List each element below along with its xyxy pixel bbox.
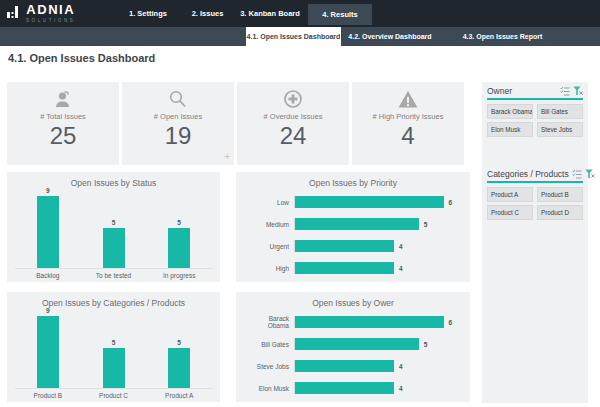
kpi-card-total-issues: # Total Issues 25 [7,82,119,165]
category-label: Steve Jobs [246,363,294,370]
bar[interactable] [168,228,190,268]
bar-track: 5 [294,218,460,230]
bar-value-label: 4 [399,363,403,370]
categories-products-slicer: Categories / Products Product A Product … [487,169,583,220]
bar-value-label: 5 [424,341,428,348]
slicer-button-barack-obama[interactable]: Barack Obama [487,104,533,119]
bar-track: 4 [294,240,460,252]
chart-title: Open Issues by Priority [236,172,470,188]
bar-value-label: 4 [399,265,403,272]
bar[interactable] [295,360,394,372]
chart-open-issues-by-categories: Open Issues by Categories / Products 955… [7,292,220,402]
clear-filter-icon[interactable] [585,169,595,179]
plus-circle-icon [237,89,349,111]
subnav: 4.1. Open Issues Dashboard 4.2. Overview… [0,27,600,46]
bar[interactable] [295,382,394,394]
brand-name: ADNIA [26,3,75,17]
bar[interactable] [103,348,125,388]
bar[interactable] [295,316,444,328]
slicer-button-product-a[interactable]: Product A [487,187,533,202]
chart-open-issues-by-owner: Open Issues by Ower Barack Obama6Bill Ga… [236,292,470,402]
category-label: Product B [15,392,81,399]
bar[interactable] [37,316,59,388]
category-axis: Product BProduct CProduct A [15,389,212,399]
page-title: 4.1. Open Issues Dashboard [8,52,155,64]
column: 5 [146,184,212,268]
bar-row: Bill Gates5 [246,338,460,350]
slicer-header: Owner [487,86,583,100]
category-label: Low [246,199,294,206]
bar[interactable] [37,196,59,268]
bar-chart-logo-icon [7,3,22,19]
slicer-button-bill-gates[interactable]: Bill Gates [537,104,583,119]
bar-value-label: 9 [46,307,50,314]
chart-plot: 955BacklogTo be testedIn progress [15,184,212,279]
kpi-label: # Total Issues [7,112,119,121]
column: 9 [15,184,81,268]
warning-triangle-icon [352,89,464,111]
multi-select-icon[interactable] [572,169,582,179]
resize-plus-mark: + [224,151,230,162]
bar-value-label: 5 [112,339,116,346]
bar[interactable] [295,218,419,230]
bar[interactable] [295,196,444,208]
slicer-buttons: Product A Product B Product C Product D [487,187,583,220]
bar[interactable] [295,240,394,252]
bar-track: 4 [294,262,460,274]
category-label: Bill Gates [246,341,294,348]
kpi-value: 19 [122,124,234,148]
category-label: High [246,265,294,272]
slicer-button-product-b[interactable]: Product B [537,187,583,202]
tab-kanban-board[interactable]: 3. Kanban Board [232,0,308,27]
subtab-overview-dashboard[interactable]: 4.2. Overview Dashboard [345,27,435,46]
chart-open-issues-by-priority: Open Issues by Priority Low6Medium5Urgen… [236,172,470,282]
bar[interactable] [103,228,125,268]
slicer-button-elon-musk[interactable]: Elon Musk [487,122,533,137]
bar-row: Barack Obama6 [246,316,460,328]
bar-row: Low6 [246,196,460,208]
tab-issues[interactable]: 2. Issues [185,0,230,27]
category-axis: BacklogTo be testedIn progress [15,269,212,279]
subtab-open-issues-dashboard[interactable]: 4.1. Open Issues Dashboard [246,27,341,46]
bar-value-label: 9 [46,187,50,194]
bar-row: Urgent4 [246,240,460,252]
slicer-button-steve-jobs[interactable]: Steve Jobs [537,122,583,137]
chart-plot: Barack Obama6Bill Gates5Steve Jobs4Elon … [246,316,460,394]
kpi-label: # Open Issues [122,112,234,121]
slicer-button-product-d[interactable]: Product D [537,205,583,220]
bar-value-label: 5 [177,219,181,226]
subtab-open-issues-report[interactable]: 4.3. Open Issues Report [445,27,560,46]
bar-track: 4 [294,382,460,394]
kpi-card-overdue-issues: # Overdue Issues 24 [237,82,349,165]
slicer-title: Owner [487,86,557,96]
tab-results[interactable]: 4. Results [308,4,372,25]
bar-track: 5 [294,338,460,350]
tab-settings[interactable]: 1. Settings [118,0,178,27]
bar-row: Steve Jobs4 [246,360,460,372]
brand-subtitle: SOLUTIONS [26,18,75,23]
bar-value-label: 5 [112,219,116,226]
slicer-title: Categories / Products [487,169,569,179]
bar[interactable] [295,338,419,350]
bar-value-label: 6 [449,199,453,206]
bar-track: 4 [294,360,460,372]
slicer-buttons: Barack Obama Bill Gates Elon Musk Steve … [487,104,583,137]
bar-row: Elon Musk4 [246,382,460,394]
category-label: Elon Musk [246,385,294,392]
slicer-sidebar: Owner Barack Obama Bill Gates Elon Musk … [482,82,588,403]
kpi-card-high-priority-issues: # High Priority Issues 4 [352,82,464,165]
column-plot: 955 [15,184,212,269]
slicer-button-product-c[interactable]: Product C [487,205,533,220]
clear-filter-icon[interactable] [573,86,583,96]
column: 5 [81,304,147,388]
category-label: Barack Obama [246,315,294,329]
multi-select-icon[interactable] [560,86,570,96]
category-label: Product C [81,392,147,399]
kpi-card-open-issues: # Open Issues 19 + [122,82,234,165]
chart-title: Open Issues by Ower [236,292,470,308]
bar-value-label: 5 [177,339,181,346]
bar[interactable] [295,262,394,274]
chart-plot: Low6Medium5Urgent4High4 [246,196,460,274]
bar[interactable] [168,348,190,388]
search-icon [122,89,234,111]
